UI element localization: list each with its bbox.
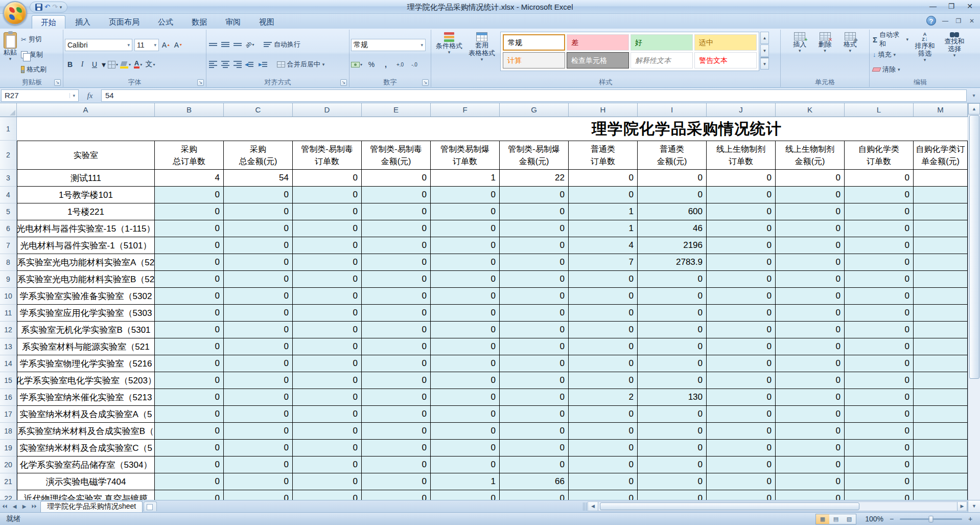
row-header-7[interactable]: 7 [0, 237, 17, 254]
header-cell-G[interactable]: 管制类-易制爆金额(元) [500, 141, 569, 170]
data-cell[interactable]: 0 [776, 456, 845, 473]
row-label-cell[interactable]: 测试111 [17, 170, 155, 187]
data-cell[interactable] [914, 389, 968, 406]
data-cell[interactable] [914, 254, 968, 271]
column-header-G[interactable]: G [500, 103, 569, 117]
number-format-combo[interactable]: 常规▾ [351, 39, 426, 51]
cell-style-差[interactable]: 差 [567, 34, 629, 51]
insert-function-button[interactable]: fx [81, 89, 99, 102]
data-cell[interactable]: 0 [155, 271, 224, 288]
formula-input[interactable]: 54 [101, 89, 967, 102]
cell-style-适中[interactable]: 适中 [694, 34, 757, 51]
row-label-cell[interactable]: 系实验室光电功能材料实验室B（52 [17, 271, 155, 288]
data-cell[interactable]: 0 [362, 220, 431, 237]
data-cell[interactable]: 0 [431, 237, 500, 254]
data-cell[interactable]: 0 [362, 372, 431, 389]
data-cell[interactable]: 0 [845, 187, 914, 203]
data-cell[interactable]: 0 [431, 271, 500, 288]
data-cell[interactable]: 0 [638, 271, 707, 288]
data-cell[interactable]: 0 [155, 305, 224, 322]
data-cell[interactable]: 0 [500, 338, 569, 355]
data-cell[interactable]: 0 [155, 322, 224, 338]
data-cell[interactable]: 0 [224, 220, 293, 237]
data-cell[interactable]: 0 [362, 490, 431, 500]
ribbon-tab-数据[interactable]: 数据 [183, 15, 216, 29]
data-cell[interactable]: 0 [293, 220, 362, 237]
workbook-close-icon[interactable]: ✕ [968, 17, 976, 25]
comma-style-button[interactable]: , [381, 59, 391, 70]
data-cell[interactable]: 0 [707, 440, 776, 456]
data-cell[interactable]: 0 [638, 338, 707, 355]
cell-style-检查单元格[interactable]: 检查单元格 [567, 52, 629, 69]
data-cell[interactable]: 0 [431, 440, 500, 456]
column-header-D[interactable]: D [293, 103, 362, 117]
data-cell[interactable]: 0 [776, 423, 845, 440]
row-header-18[interactable]: 18 [0, 423, 17, 440]
zoom-slider-thumb[interactable] [929, 516, 934, 522]
data-cell[interactable] [914, 322, 968, 338]
data-cell[interactable]: 46 [638, 220, 707, 237]
data-cell[interactable]: 0 [845, 254, 914, 271]
data-cell[interactable]: 0 [224, 338, 293, 355]
gallery-more-button[interactable]: ▼ [760, 57, 769, 70]
data-cell[interactable]: 0 [638, 305, 707, 322]
header-cell-I[interactable]: 普通类金额(元) [638, 141, 707, 170]
data-cell[interactable]: 0 [707, 237, 776, 254]
tab-splitter-handle[interactable] [583, 503, 587, 511]
data-cell[interactable]: 0 [293, 170, 362, 187]
align-center-button[interactable] [220, 59, 230, 70]
row-header-1[interactable]: 1 [0, 117, 17, 141]
data-cell[interactable]: 0 [362, 389, 431, 406]
header-cell-L[interactable]: 自购化学类订单数 [845, 141, 914, 170]
cell-style-常规[interactable]: 常规 [503, 34, 565, 51]
row-header-5[interactable]: 5 [0, 203, 17, 220]
row-header-11[interactable]: 11 [0, 305, 17, 322]
header-cell-B[interactable]: 采购总订单数 [155, 141, 224, 170]
increase-decimal-button[interactable]: +.0 [395, 59, 405, 70]
data-cell[interactable]: 600 [638, 203, 707, 220]
header-cell-F[interactable]: 管制类易制爆订单数 [431, 141, 500, 170]
column-header-M[interactable]: M [914, 103, 968, 117]
format-cells-button[interactable]: ◆ 格式▾ [843, 31, 858, 78]
row-header-14[interactable]: 14 [0, 355, 17, 372]
column-header-B[interactable]: B [155, 103, 224, 117]
data-cell[interactable]: 0 [362, 338, 431, 355]
data-cell[interactable]: 0 [638, 423, 707, 440]
data-cell[interactable]: 0 [500, 203, 569, 220]
data-cell[interactable]: 0 [776, 389, 845, 406]
normal-view-button[interactable]: ▦ [816, 514, 829, 524]
data-cell[interactable]: 0 [431, 406, 500, 423]
cut-button[interactable]: ✂剪切 [19, 33, 48, 45]
row-label-cell[interactable]: 学系实验室物理化学实验室（5216 [17, 355, 155, 372]
align-top-button[interactable] [208, 39, 218, 50]
header-cell-J[interactable]: 线上生物制剂订单数 [707, 141, 776, 170]
data-cell[interactable]: 0 [293, 440, 362, 456]
data-cell[interactable]: 0 [638, 355, 707, 372]
row-label-cell[interactable]: 学系实验室应用化学实验室（5303 [17, 305, 155, 322]
data-cell[interactable]: 0 [500, 389, 569, 406]
data-cell[interactable]: 0 [431, 389, 500, 406]
data-cell[interactable]: 0 [155, 456, 224, 473]
workbook-restore-icon[interactable]: ❐ [954, 17, 963, 25]
data-cell[interactable]: 0 [155, 338, 224, 355]
column-header-C[interactable]: C [224, 103, 293, 117]
row-header-17[interactable]: 17 [0, 406, 17, 423]
cell-style-计算[interactable]: 计算 [503, 52, 565, 69]
data-cell[interactable]: 0 [638, 170, 707, 187]
data-cell[interactable]: 0 [293, 237, 362, 254]
data-cell[interactable]: 0 [155, 187, 224, 203]
name-box[interactable]: R27▾ [1, 89, 79, 102]
data-cell[interactable]: 0 [293, 423, 362, 440]
align-middle-button[interactable] [220, 39, 230, 50]
data-cell[interactable]: 0 [845, 440, 914, 456]
data-cell[interactable] [914, 203, 968, 220]
title-merged-cell[interactable]: 理学院化学品采购情况统计 [17, 117, 968, 141]
data-cell[interactable]: 0 [569, 473, 638, 490]
data-cell[interactable]: 0 [638, 372, 707, 389]
data-cell[interactable]: 0 [500, 288, 569, 305]
data-cell[interactable]: 0 [776, 338, 845, 355]
data-cell[interactable]: 0 [845, 355, 914, 372]
data-cell[interactable]: 0 [569, 305, 638, 322]
row-label-cell[interactable]: 光电材料与器件实验室-15（1-115） [17, 220, 155, 237]
align-right-button[interactable] [232, 59, 243, 70]
